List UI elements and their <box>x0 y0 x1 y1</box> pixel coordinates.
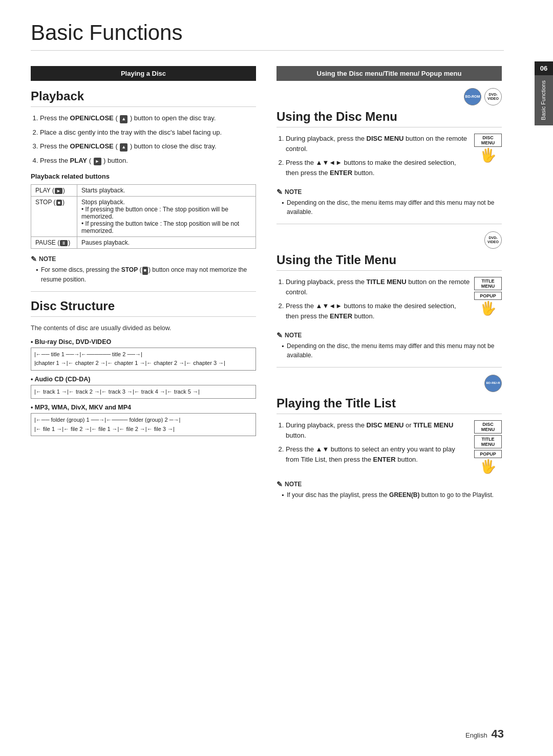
title-list-note-title: ✎ NOTE <box>276 480 502 488</box>
title-list-note-pencil-icon: ✎ <box>276 480 283 488</box>
footer-lang: English <box>465 731 487 739</box>
chapter-number: 06 <box>535 61 553 75</box>
audiocd-diagram-row: |← track 1 →|← track 2 →|← track 3 →|← t… <box>34 387 252 397</box>
note-label: NOTE <box>39 255 56 263</box>
title-menu-step-2: Press the ▲▼◄► buttons to make the desir… <box>286 301 470 321</box>
table-row-play: PLAY (►) Starts playback. <box>31 185 256 197</box>
buttons-subtitle: Playback related buttons <box>31 172 256 180</box>
disc-menu-step-1: During playback, press the DISC MENU but… <box>286 134 470 154</box>
dvdvideo-icon: DVD-VIDEO <box>484 88 502 105</box>
pause-desc-cell: Pauses playback. <box>77 237 256 249</box>
two-col-layout: Playing a Disc Playback Press the OPEN/C… <box>31 66 504 505</box>
play-button-cell: PLAY (►) <box>31 185 77 197</box>
title-list-title: Playing the Title List <box>276 396 502 414</box>
disc-structure-section: Disc Structure The contents of disc are … <box>31 299 256 437</box>
title-list-note: ✎ NOTE If your disc has the playlist, pr… <box>276 480 502 500</box>
title-menu-note-pencil-icon: ✎ <box>276 331 283 339</box>
footer-page-info: English 43 <box>465 727 504 741</box>
mp3-diagram-row1: |←── folder (group) 1 ──→|←──── folder (… <box>34 416 252 425</box>
title-list-steps: During playback, press the DISC MENU or … <box>276 420 470 464</box>
bluray-diagram-row1: |←── title 1 ──→|←────── title 2 ──→| <box>34 350 252 359</box>
title-list-note-list: If your disc has the playlist, press the… <box>276 490 502 500</box>
title-list-note-item-1: If your disc has the playlist, press the… <box>282 490 502 500</box>
title-menu-title: Using the Title Menu <box>276 253 502 271</box>
disc-menu-content: During playback, press the DISC MENU but… <box>276 134 502 183</box>
stop-button-cell: STOP (■) <box>31 197 77 237</box>
title-menu-note-title: ✎ NOTE <box>276 331 502 339</box>
title-list-popup-label: POPUP <box>474 450 502 458</box>
disc-type-audiocd: Audio CD (CD-DA) <box>31 376 256 383</box>
disc-menu-title: Using the Disc Menu <box>276 110 502 127</box>
disc-icons-disc-menu: BD-ROM DVD-VIDEO <box>276 88 502 105</box>
title-menu-steps-wrap: During playback, press the TITLE MENU bu… <box>276 277 470 326</box>
title-menu-note-item-1: Depending on the disc, the menu items ma… <box>282 341 502 360</box>
right-column: Using the Disc menu/Title menu/ Popup me… <box>276 66 502 505</box>
mp3-diagram: |←── folder (group) 1 ──→|←──── folder (… <box>31 413 256 436</box>
title-menu-steps: During playback, press the TITLE MENU bu… <box>276 277 470 321</box>
title-list-steps-wrap: During playback, press the DISC MENU or … <box>276 420 470 475</box>
divider-2 <box>276 224 502 224</box>
disc-menu-btn-label: DISC MENU <box>474 134 502 147</box>
left-column: Playing a Disc Playback Press the OPEN/C… <box>31 66 256 505</box>
stop-desc-item-2: If pressing the button twice : The stop … <box>81 220 251 234</box>
disc-type-bluray: Blu-ray Disc, DVD-VIDEO <box>31 338 256 345</box>
note-pencil-icon: ✎ <box>31 255 37 263</box>
playback-note-item-1: For some discs, pressing the STOP (■) bu… <box>36 265 256 284</box>
playback-title: Playback <box>31 89 256 107</box>
title-menu-remote: TITLE MENU POPUP 🖐 <box>474 277 502 324</box>
side-tab: 06 Basic Functions <box>535 61 553 125</box>
disc-structure-intro: The contents of disc are usually divided… <box>31 323 256 333</box>
pause-button-cell: PAUSE (⏸) <box>31 237 77 249</box>
footer-page-number: 43 <box>492 727 504 740</box>
playback-note-title: ✎ NOTE <box>31 255 256 263</box>
playback-note-list: For some discs, pressing the STOP (■) bu… <box>31 265 256 284</box>
divider-3 <box>276 367 502 368</box>
disc-icons-title-list: BD-RE/-R <box>276 375 502 392</box>
right-header-text: Using the Disc menu/Title menu/ Popup me… <box>317 70 462 77</box>
buttons-table: PLAY (►) Starts playback. STOP (■) Stops… <box>31 184 256 249</box>
disc-menu-remote: DISC MENU 🖐 <box>474 134 502 181</box>
title-menu-btn-label: TITLE MENU <box>474 277 502 290</box>
title-list-hand-icon: 🖐 <box>480 460 496 473</box>
mp3-diagram-row2: |← file 1 →|← file 2 →|← file 1 →|← file… <box>34 425 252 434</box>
title-menu-note: ✎ NOTE Depending on the disc, the menu i… <box>276 331 502 360</box>
playback-step-3: Press the OPEN/CLOSE ( ▲ ) button to clo… <box>40 141 256 152</box>
disc-menu-steps-wrap: During playback, press the DISC MENU but… <box>276 134 470 183</box>
page-container: 06 Basic Functions Basic Functions Playi… <box>0 0 553 756</box>
title-menu-note-label: NOTE <box>285 332 302 339</box>
table-row-stop: STOP (■) Stops playback. If pressing the… <box>31 197 256 237</box>
bluray-diagram: |←── title 1 ──→|←────── title 2 ──→| |c… <box>31 348 256 371</box>
title-list-section: BD-RE/-R Playing the Title List During p… <box>276 375 502 500</box>
title-list-content: During playback, press the DISC MENU or … <box>276 420 502 475</box>
title-menu-section: DVD-VIDEO Using the Title Menu During pl… <box>276 231 502 360</box>
divider-1 <box>31 291 256 292</box>
playback-steps: Press the OPEN/CLOSE ( ▲ ) button to ope… <box>31 113 256 165</box>
play-desc-cell: Starts playback. <box>77 185 256 197</box>
playback-step-4: Press the PLAY ( ► ) button. <box>40 156 256 166</box>
disc-structure-title: Disc Structure <box>31 299 256 317</box>
disc-menu-step-2: Press the ▲▼◄► buttons to make the desir… <box>286 158 470 178</box>
disc-menu-note-pencil-icon: ✎ <box>276 188 283 196</box>
page-title: Basic Functions <box>31 20 504 51</box>
title-list-title-menu-label: TITLE MENU <box>474 435 502 448</box>
disc-menu-note: ✎ NOTE Depending on the disc, the menu i… <box>276 188 502 217</box>
title-list-note-label: NOTE <box>285 481 302 488</box>
title-menu-hand-icon: 🖐 <box>480 301 496 315</box>
playing-disc-header: Playing a Disc <box>31 66 256 81</box>
disc-menu-steps: During playback, press the DISC MENU but… <box>276 134 470 178</box>
disc-menu-note-list: Depending on the disc, the menu items ma… <box>276 198 502 217</box>
title-list-remote: DISC MENU TITLE MENU POPUP 🖐 <box>474 420 502 473</box>
stop-desc-item-1: If pressing the button once : The stop p… <box>81 206 251 220</box>
bdrom-icon: BD-ROM <box>464 88 481 105</box>
popup-btn-label: POPUP <box>474 292 502 300</box>
dvdvideo-icon2: DVD-VIDEO <box>484 231 502 249</box>
disc-type-mp3: MP3, WMA, DivX, MKV and MP4 <box>31 404 256 411</box>
playback-step-2: Place a disc gently into the tray with t… <box>40 127 256 138</box>
table-row-pause: PAUSE (⏸) Pauses playback. <box>31 237 256 249</box>
bdre-icon: BD-RE/-R <box>484 375 502 392</box>
title-list-disc-menu-label: DISC MENU <box>474 420 502 434</box>
title-menu-step-1: During playback, press the TITLE MENU bu… <box>286 277 470 297</box>
right-section-header: Using the Disc menu/Title menu/ Popup me… <box>276 66 502 81</box>
disc-menu-note-label: NOTE <box>285 188 302 196</box>
playback-note: ✎ NOTE For some discs, pressing the STOP… <box>31 255 256 284</box>
